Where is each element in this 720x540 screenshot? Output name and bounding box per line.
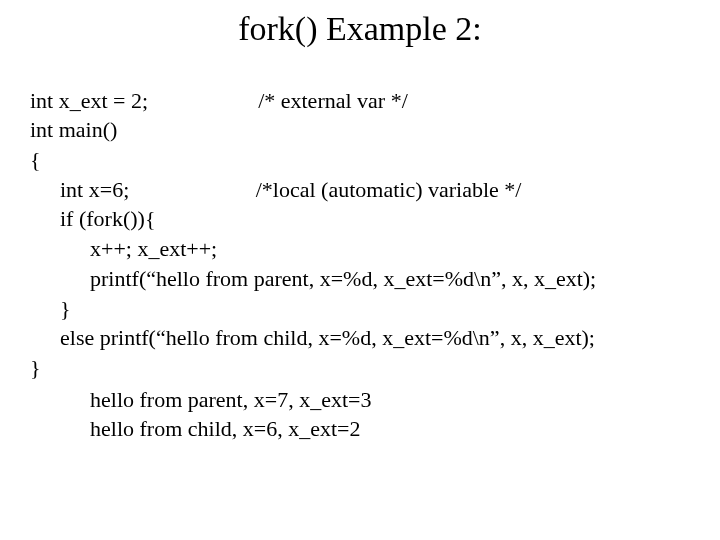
code-line-3: { bbox=[30, 147, 41, 172]
code-line-5: if (fork()){ bbox=[30, 204, 155, 234]
code-block: int x_ext = 2; /* external var */ int ma… bbox=[0, 56, 720, 383]
output-block: hello from parent, x=7, x_ext=3 hello fr… bbox=[0, 383, 720, 444]
code-line-8: } bbox=[30, 294, 71, 324]
code-line-7: printf(“hello from parent, x=%d, x_ext=%… bbox=[30, 264, 596, 294]
output-line-2: hello from child, x=6, x_ext=2 bbox=[90, 414, 720, 444]
code-line-1-comment: /* external var */ bbox=[258, 88, 408, 113]
code-line-1-decl: int x_ext = 2; bbox=[30, 88, 148, 113]
code-line-10: } bbox=[30, 355, 41, 380]
code-line-4-decl: int x=6; bbox=[60, 177, 129, 202]
code-line-9: else printf(“hello from child, x=%d, x_e… bbox=[30, 323, 595, 353]
slide-title: fork() Example 2: bbox=[0, 0, 720, 56]
code-line-6: x++; x_ext++; bbox=[30, 234, 217, 264]
slide: fork() Example 2: int x_ext = 2; /* exte… bbox=[0, 0, 720, 540]
code-line-2: int main() bbox=[30, 117, 117, 142]
code-line-4-comment: /*local (automatic) variable */ bbox=[256, 177, 522, 202]
output-line-1: hello from parent, x=7, x_ext=3 bbox=[90, 385, 720, 415]
